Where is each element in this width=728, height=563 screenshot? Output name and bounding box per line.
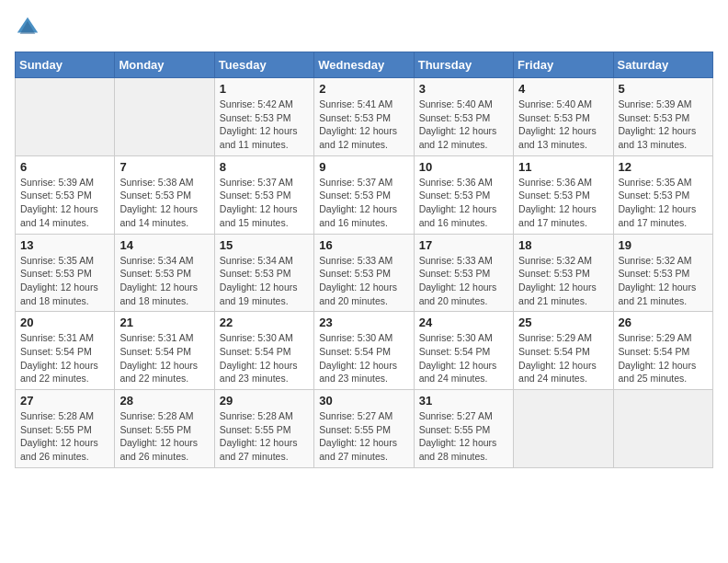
day-info: Sunrise: 5:27 AM Sunset: 5:55 PM Dayligh… — [319, 409, 408, 464]
day-number: 5 — [619, 82, 708, 96]
calendar-cell: 30Sunrise: 5:27 AM Sunset: 5:55 PM Dayli… — [314, 390, 414, 468]
day-info: Sunrise: 5:32 AM Sunset: 5:53 PM Dayligh… — [518, 254, 608, 308]
day-number: 28 — [119, 394, 209, 408]
calendar-table: SundayMondayTuesdayWednesdayThursdayFrid… — [15, 52, 713, 468]
calendar-cell: 1Sunrise: 5:42 AM Sunset: 5:53 PM Daylig… — [214, 78, 313, 156]
day-info: Sunrise: 5:30 AM Sunset: 5:54 PM Dayligh… — [319, 331, 408, 385]
day-info: Sunrise: 5:39 AM Sunset: 5:53 PM Dayligh… — [619, 98, 708, 152]
page-header — [15, 15, 713, 40]
calendar-cell: 18Sunrise: 5:32 AM Sunset: 5:53 PM Dayli… — [514, 234, 613, 312]
day-info: Sunrise: 5:41 AM Sunset: 5:53 PM Dayligh… — [319, 98, 408, 152]
day-info: Sunrise: 5:38 AM Sunset: 5:53 PM Dayligh… — [119, 176, 209, 230]
week-row-0: 1Sunrise: 5:42 AM Sunset: 5:53 PM Daylig… — [16, 78, 713, 156]
day-info: Sunrise: 5:35 AM Sunset: 5:53 PM Dayligh… — [20, 254, 109, 308]
day-info: Sunrise: 5:30 AM Sunset: 5:54 PM Dayligh… — [220, 331, 309, 385]
calendar-cell: 12Sunrise: 5:35 AM Sunset: 5:53 PM Dayli… — [613, 155, 712, 234]
day-info: Sunrise: 5:37 AM Sunset: 5:53 PM Dayligh… — [319, 176, 408, 230]
day-number: 27 — [20, 394, 109, 408]
calendar-cell: 28Sunrise: 5:28 AM Sunset: 5:55 PM Dayli… — [115, 390, 214, 468]
calendar-cell: 25Sunrise: 5:29 AM Sunset: 5:54 PM Dayli… — [514, 312, 613, 390]
day-number: 2 — [319, 82, 408, 96]
header-friday: Friday — [514, 52, 613, 78]
calendar-cell: 7Sunrise: 5:38 AM Sunset: 5:53 PM Daylig… — [115, 155, 214, 234]
day-info: Sunrise: 5:36 AM Sunset: 5:53 PM Dayligh… — [518, 176, 608, 230]
calendar-cell: 17Sunrise: 5:33 AM Sunset: 5:53 PM Dayli… — [414, 234, 513, 312]
calendar-cell: 29Sunrise: 5:28 AM Sunset: 5:55 PM Dayli… — [214, 390, 313, 468]
day-info: Sunrise: 5:39 AM Sunset: 5:53 PM Dayligh… — [20, 176, 109, 230]
header-row: SundayMondayTuesdayWednesdayThursdayFrid… — [16, 52, 713, 78]
week-row-2: 13Sunrise: 5:35 AM Sunset: 5:53 PM Dayli… — [16, 234, 713, 312]
logo — [15, 15, 44, 40]
header-sunday: Sunday — [16, 52, 115, 78]
day-number: 30 — [319, 394, 408, 408]
day-info: Sunrise: 5:28 AM Sunset: 5:55 PM Dayligh… — [220, 409, 309, 464]
calendar-cell: 21Sunrise: 5:31 AM Sunset: 5:54 PM Dayli… — [115, 312, 214, 390]
calendar-cell: 10Sunrise: 5:36 AM Sunset: 5:53 PM Dayli… — [414, 155, 513, 234]
calendar-cell: 15Sunrise: 5:34 AM Sunset: 5:53 PM Dayli… — [214, 234, 313, 312]
day-info: Sunrise: 5:42 AM Sunset: 5:53 PM Dayligh… — [220, 98, 309, 152]
day-info: Sunrise: 5:29 AM Sunset: 5:54 PM Dayligh… — [518, 331, 608, 385]
day-info: Sunrise: 5:34 AM Sunset: 5:53 PM Dayligh… — [119, 254, 209, 308]
day-number: 21 — [119, 316, 209, 329]
day-info: Sunrise: 5:31 AM Sunset: 5:54 PM Dayligh… — [20, 331, 109, 385]
day-info: Sunrise: 5:36 AM Sunset: 5:53 PM Dayligh… — [419, 176, 508, 230]
calendar-cell: 20Sunrise: 5:31 AM Sunset: 5:54 PM Dayli… — [16, 312, 115, 390]
calendar-cell — [115, 78, 214, 156]
day-number: 15 — [220, 238, 309, 252]
calendar-cell: 19Sunrise: 5:32 AM Sunset: 5:53 PM Dayli… — [613, 234, 712, 312]
day-info: Sunrise: 5:35 AM Sunset: 5:53 PM Dayligh… — [619, 176, 708, 230]
week-row-1: 6Sunrise: 5:39 AM Sunset: 5:53 PM Daylig… — [16, 155, 713, 234]
calendar-cell — [16, 78, 115, 156]
calendar-cell — [514, 390, 613, 468]
header-tuesday: Tuesday — [214, 52, 313, 78]
day-number: 8 — [220, 160, 309, 174]
logo-icon — [15, 15, 40, 40]
day-number: 23 — [319, 316, 408, 329]
calendar-cell: 4Sunrise: 5:40 AM Sunset: 5:53 PM Daylig… — [514, 78, 613, 156]
day-info: Sunrise: 5:28 AM Sunset: 5:55 PM Dayligh… — [119, 409, 209, 464]
calendar-cell: 8Sunrise: 5:37 AM Sunset: 5:53 PM Daylig… — [214, 155, 313, 234]
header-thursday: Thursday — [414, 52, 513, 78]
calendar-cell: 31Sunrise: 5:27 AM Sunset: 5:55 PM Dayli… — [414, 390, 513, 468]
day-number: 18 — [518, 238, 608, 252]
day-number: 10 — [419, 160, 508, 174]
day-number: 17 — [419, 238, 508, 252]
calendar-cell: 11Sunrise: 5:36 AM Sunset: 5:53 PM Dayli… — [514, 155, 613, 234]
day-number: 31 — [419, 394, 508, 408]
week-row-3: 20Sunrise: 5:31 AM Sunset: 5:54 PM Dayli… — [16, 312, 713, 390]
day-info: Sunrise: 5:40 AM Sunset: 5:53 PM Dayligh… — [518, 98, 608, 152]
day-number: 11 — [518, 160, 608, 174]
day-number: 9 — [319, 160, 408, 174]
day-number: 6 — [20, 160, 109, 174]
calendar-cell — [613, 390, 712, 468]
day-info: Sunrise: 5:33 AM Sunset: 5:53 PM Dayligh… — [319, 254, 408, 308]
day-number: 14 — [119, 238, 209, 252]
header-wednesday: Wednesday — [314, 52, 414, 78]
day-info: Sunrise: 5:34 AM Sunset: 5:53 PM Dayligh… — [220, 254, 309, 308]
day-number: 7 — [119, 160, 209, 174]
day-number: 26 — [619, 316, 708, 329]
day-info: Sunrise: 5:29 AM Sunset: 5:54 PM Dayligh… — [619, 331, 708, 385]
calendar-body: 1Sunrise: 5:42 AM Sunset: 5:53 PM Daylig… — [16, 78, 713, 468]
calendar-header: SundayMondayTuesdayWednesdayThursdayFrid… — [16, 52, 713, 78]
calendar-cell: 14Sunrise: 5:34 AM Sunset: 5:53 PM Dayli… — [115, 234, 214, 312]
day-number: 24 — [419, 316, 508, 329]
calendar-cell: 3Sunrise: 5:40 AM Sunset: 5:53 PM Daylig… — [414, 78, 513, 156]
calendar-cell: 2Sunrise: 5:41 AM Sunset: 5:53 PM Daylig… — [314, 78, 414, 156]
day-info: Sunrise: 5:31 AM Sunset: 5:54 PM Dayligh… — [119, 331, 209, 385]
day-number: 19 — [619, 238, 708, 252]
day-info: Sunrise: 5:32 AM Sunset: 5:53 PM Dayligh… — [619, 254, 708, 308]
calendar-cell: 16Sunrise: 5:33 AM Sunset: 5:53 PM Dayli… — [314, 234, 414, 312]
calendar-cell: 27Sunrise: 5:28 AM Sunset: 5:55 PM Dayli… — [16, 390, 115, 468]
day-number: 13 — [20, 238, 109, 252]
week-row-4: 27Sunrise: 5:28 AM Sunset: 5:55 PM Dayli… — [16, 390, 713, 468]
day-number: 16 — [319, 238, 408, 252]
calendar-cell: 26Sunrise: 5:29 AM Sunset: 5:54 PM Dayli… — [613, 312, 712, 390]
calendar-cell: 13Sunrise: 5:35 AM Sunset: 5:53 PM Dayli… — [16, 234, 115, 312]
header-saturday: Saturday — [613, 52, 712, 78]
header-monday: Monday — [115, 52, 214, 78]
calendar-cell: 24Sunrise: 5:30 AM Sunset: 5:54 PM Dayli… — [414, 312, 513, 390]
day-number: 4 — [518, 82, 608, 96]
day-number: 3 — [419, 82, 508, 96]
day-info: Sunrise: 5:40 AM Sunset: 5:53 PM Dayligh… — [419, 98, 508, 152]
